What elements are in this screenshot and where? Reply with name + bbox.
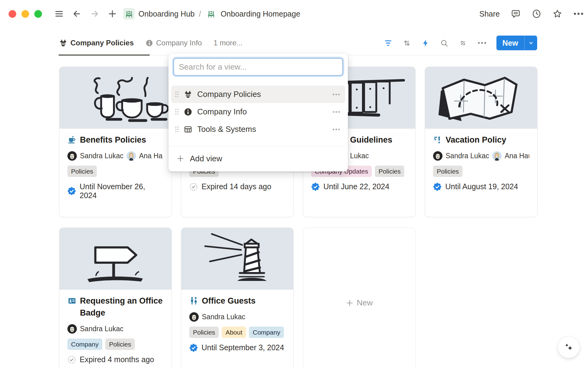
breadcrumb-item-hub[interactable]: Onboarding Hub (138, 10, 194, 18)
menu-divider (168, 146, 348, 146)
drag-handle-icon[interactable] (175, 91, 179, 98)
mug-icon (67, 135, 77, 144)
favorite-star-icon[interactable] (552, 9, 562, 19)
view-menu-list: Company Policies Company Info Tools & Sy… (168, 86, 348, 138)
view-menu-item-company-info[interactable]: Company Info (171, 103, 345, 121)
more-ellipsis-icon[interactable] (477, 41, 487, 44)
new-button-label[interactable]: New (496, 36, 524, 50)
card-office-guests[interactable]: Office Guests Sandra Lukac Policies Abou… (181, 228, 294, 368)
plus-icon (176, 155, 184, 163)
info-icon (145, 39, 153, 47)
drag-handle-icon[interactable] (175, 126, 179, 132)
add-view-button[interactable]: Add view (168, 150, 348, 167)
breadcrumb: Onboarding Hub / Onboarding Homepage (123, 8, 300, 20)
workspace-people-icon (205, 8, 217, 20)
forward-arrow-icon[interactable] (90, 9, 99, 18)
card-vacation-policy[interactable]: Vacation Policy Sandra Lukac Ana Hau Pol… (425, 67, 537, 217)
card-people: Sandra Lukac Ana Hau (433, 151, 529, 161)
view-tabs-toolbar: Company Policies Company Info 1 more... … (59, 31, 537, 56)
card-benefits-policies[interactable]: Benefits Policies Sandra Lukac Ana Ha Po… (59, 67, 172, 217)
avatar (189, 312, 199, 322)
tag: Company (67, 339, 102, 350)
table-icon (184, 125, 192, 134)
comments-icon[interactable] (511, 9, 521, 19)
add-view-label: Add view (190, 154, 222, 163)
more-ellipsis-icon[interactable] (332, 93, 340, 96)
view-menu-popover: Company Policies Company Info Tools & Sy… (168, 53, 348, 171)
bee-icon (59, 39, 67, 47)
tabs-more-link[interactable]: 1 more... (213, 39, 243, 47)
card-tags: Policies About Company (189, 327, 285, 338)
tag: Policies (67, 166, 97, 177)
card-tags: Company Policies (67, 339, 164, 350)
card-people: Sandra Lukac Ana Ha (67, 151, 164, 161)
card-office-badge[interactable]: Requesting an Office Badge Sandra Lukac … (59, 228, 172, 368)
bee-icon (184, 90, 192, 99)
avatar (67, 324, 77, 334)
new-card-placeholder[interactable]: New (303, 228, 416, 368)
more-ellipsis-icon[interactable] (332, 128, 340, 131)
tag: Policies (189, 327, 219, 338)
card-title: Vacation Policy (433, 134, 529, 146)
history-clock-icon[interactable] (532, 9, 541, 19)
share-button[interactable]: Share (479, 10, 500, 18)
card-people: Sandra Lukac (189, 312, 285, 322)
more-ellipsis-icon[interactable] (332, 111, 340, 113)
search-icon[interactable] (440, 39, 448, 47)
avatar (67, 151, 77, 161)
new-button-dropdown[interactable] (524, 36, 537, 50)
tag: Company (249, 327, 284, 338)
sidebar-menu-icon[interactable] (55, 9, 64, 18)
window-minimize-button[interactable] (21, 10, 29, 18)
id-badge-icon (67, 296, 77, 305)
automation-bolt-icon[interactable] (421, 39, 430, 47)
tag: Policies (433, 166, 462, 177)
tab-label: Company Policies (70, 39, 134, 47)
filter-icon[interactable] (384, 39, 392, 47)
view-search-input[interactable] (173, 58, 343, 76)
plus-icon (346, 299, 354, 307)
verified-badge-icon (67, 187, 76, 195)
expired-check-icon (189, 182, 198, 191)
expand-icon[interactable] (459, 39, 467, 47)
more-ellipsis-icon[interactable] (573, 12, 584, 16)
expired-check-icon (67, 355, 76, 364)
tag: Policies (105, 339, 135, 350)
back-arrow-icon[interactable] (72, 9, 81, 18)
drag-handle-icon[interactable] (175, 109, 179, 115)
card-status: Until September 3, 2024 (189, 343, 285, 352)
card-title: Office Guests (189, 295, 285, 307)
card-status: Expired 4 months ago (67, 355, 164, 364)
window-close-button[interactable] (9, 10, 16, 18)
verified-badge-icon (311, 182, 320, 191)
verified-badge-icon (189, 343, 198, 352)
breadcrumb-item-homepage[interactable]: Onboarding Homepage (221, 10, 300, 18)
view-menu-item-company-policies[interactable]: Company Policies (171, 86, 345, 103)
card-people: Sandra Lukac (67, 324, 164, 334)
tag: About (222, 327, 246, 338)
coffee-mugs-illustration (59, 67, 172, 129)
view-menu-item-tools-systems[interactable]: Tools & Systems (171, 121, 345, 138)
folded-map-illustration (425, 67, 537, 129)
guests-icon (189, 296, 198, 305)
verified-badge-icon (433, 182, 442, 191)
avatar (492, 151, 502, 161)
tag: Policies (375, 166, 404, 177)
breadcrumb-separator: / (198, 10, 202, 18)
tab-company-info[interactable]: Company Info (145, 31, 202, 55)
card-status: Expired 14 days ago (189, 182, 285, 191)
card-title: Benefits Policies (67, 134, 164, 146)
card-status: Until June 22, 2024 (311, 182, 407, 191)
window-titlebar: Onboarding Hub / Onboarding Homepage Sha… (0, 0, 588, 28)
ai-assistant-button[interactable] (558, 336, 579, 358)
view-menu-item-label: Company Info (197, 107, 247, 117)
new-page-plus-icon[interactable] (108, 9, 117, 18)
window-zoom-button[interactable] (34, 10, 42, 18)
sort-icon[interactable] (403, 39, 411, 47)
sparkles-icon (563, 341, 575, 353)
tab-company-policies[interactable]: Company Policies (59, 31, 134, 55)
view-menu-item-label: Company Policies (197, 90, 261, 99)
card-status: Until August 19, 2024 (433, 182, 529, 191)
new-button[interactable]: New (496, 36, 537, 50)
card-tags: Policies (433, 166, 529, 177)
